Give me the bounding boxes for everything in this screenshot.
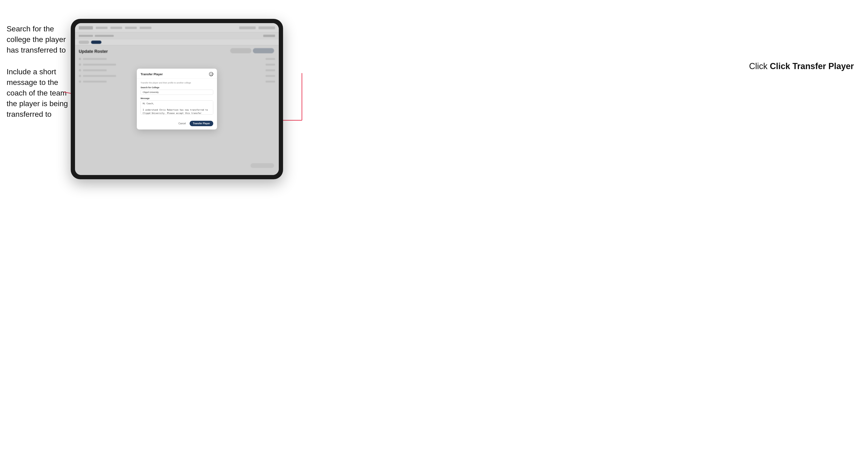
modal-body: Transfer the player and their profile to…	[137, 79, 217, 118]
transfer-player-modal: Transfer Player × Transfer the player an…	[137, 69, 217, 129]
annotation-message-text: Include a short message to the coach of …	[7, 66, 68, 119]
ipad-device: Update Roster	[71, 19, 283, 179]
annotation-transfer-label: Click Transfer Player	[770, 61, 854, 71]
search-college-input[interactable]	[141, 90, 213, 95]
annotation-search-text: Search for the college the player has tr…	[7, 24, 68, 55]
modal-close-button[interactable]: ×	[209, 72, 213, 76]
ipad-screen: Update Roster	[75, 23, 279, 175]
message-label: Message	[141, 97, 213, 99]
modal-description: Transfer the player and their profile to…	[141, 82, 213, 84]
annotation-left-top: Search for the college the player has tr…	[7, 24, 68, 131]
modal-overlay: Transfer Player × Transfer the player an…	[75, 23, 279, 175]
annotation-right: Click Click Transfer Player	[749, 61, 854, 71]
search-college-label: Search for College	[141, 86, 213, 89]
modal-footer: Cancel Transfer Player	[137, 118, 217, 129]
transfer-player-button[interactable]: Transfer Player	[190, 121, 213, 126]
message-textarea[interactable]: Hi Coach, I understand Chris Robertson h…	[141, 100, 213, 115]
annotation-click-label: Click	[749, 61, 770, 71]
modal-header: Transfer Player ×	[137, 69, 217, 79]
cancel-button[interactable]: Cancel	[177, 121, 188, 126]
modal-title: Transfer Player	[141, 72, 163, 76]
